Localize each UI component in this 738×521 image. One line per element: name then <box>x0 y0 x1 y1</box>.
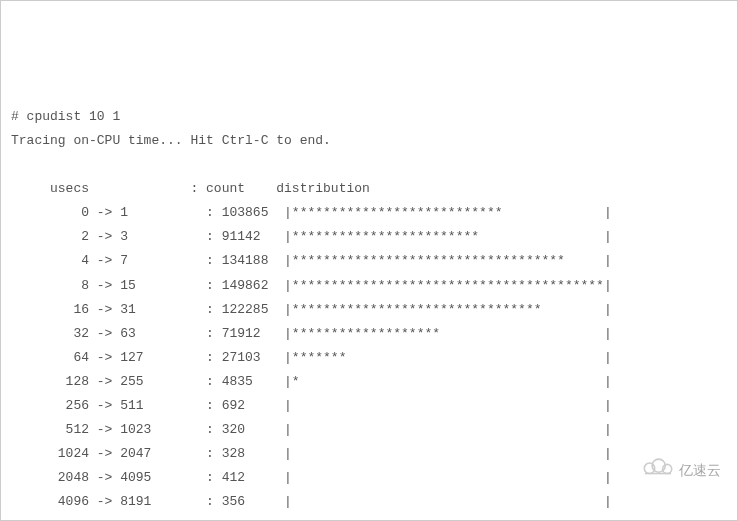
cloud-icon <box>610 433 675 510</box>
watermark: 亿速云 <box>610 433 721 510</box>
shell-prompt: # <box>11 109 27 124</box>
histogram-header: usecs : count distribution <box>11 181 370 196</box>
histogram-body: 0 -> 1 : 103865 |***********************… <box>11 205 612 521</box>
watermark-text: 亿速云 <box>679 458 721 484</box>
command-text: cpudist 10 1 <box>27 109 121 124</box>
status-line: Tracing on-CPU time... Hit Ctrl-C to end… <box>11 133 331 148</box>
